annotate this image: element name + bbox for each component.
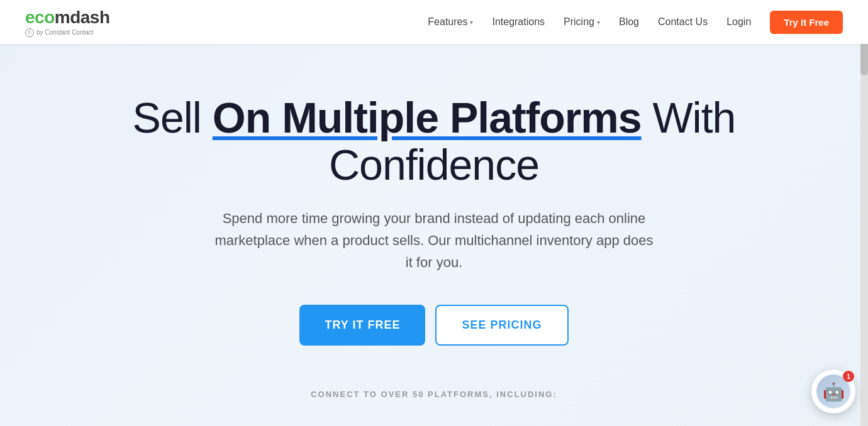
chatbot-badge: 1: [843, 371, 854, 382]
nav-item-login[interactable]: Login: [726, 16, 751, 28]
nav-item-integrations[interactable]: Integrations: [492, 16, 545, 28]
logo-byline-text: by Constant Contact: [36, 29, 94, 36]
hero-section: Sell On Multiple Platforms With Confiden…: [0, 44, 868, 426]
logo[interactable]: ecomdash © by Constant Contact: [25, 8, 110, 37]
hero-headline: Sell On Multiple Platforms With Confiden…: [57, 94, 811, 188]
hero-subtext: Spend more time growing your brand inste…: [214, 207, 654, 274]
nav-label-blog: Blog: [619, 16, 639, 28]
main-nav: Features ▾ Integrations Pricing ▾ Blog C…: [428, 11, 843, 34]
nav-item-features[interactable]: Features ▾: [428, 16, 473, 28]
logo-byline: © by Constant Contact: [25, 28, 94, 37]
constant-contact-icon: ©: [25, 28, 34, 37]
nav-item-pricing[interactable]: Pricing ▾: [564, 16, 600, 28]
chevron-down-icon: ▾: [470, 19, 473, 26]
see-pricing-button[interactable]: SEE PRICING: [435, 305, 568, 346]
logo-eco: eco: [25, 8, 55, 27]
nav-label-contact: Contact Us: [658, 16, 708, 28]
nav-label-pricing: Pricing: [564, 16, 594, 28]
logo-comdash: mdash: [55, 8, 110, 27]
nav-try-free-button[interactable]: Try It Free: [770, 11, 843, 34]
headline-part1: Sell: [133, 94, 213, 141]
nav-label-login: Login: [726, 16, 751, 28]
nav-label-integrations: Integrations: [492, 16, 545, 28]
headline-highlight: On Multiple Platforms: [213, 94, 642, 141]
scrollbar-track[interactable]: [860, 0, 868, 426]
connect-label: CONNECT TO OVER 50 PLATFORMS, INCLUDING:: [311, 390, 557, 399]
robot-icon: 🤖: [823, 381, 845, 402]
logo-text: ecomdash: [25, 8, 110, 28]
nav-label-features: Features: [428, 16, 467, 28]
nav-item-blog[interactable]: Blog: [619, 16, 639, 28]
hero-buttons: TRY IT FREE SEE PRICING: [299, 305, 568, 346]
nav-item-contact[interactable]: Contact Us: [658, 16, 708, 28]
try-it-free-button[interactable]: TRY IT FREE: [299, 305, 425, 346]
chatbot-widget[interactable]: 🤖 1: [811, 369, 855, 413]
site-header: ecomdash © by Constant Contact Features …: [0, 0, 868, 44]
chevron-down-icon-pricing: ▾: [597, 19, 600, 26]
